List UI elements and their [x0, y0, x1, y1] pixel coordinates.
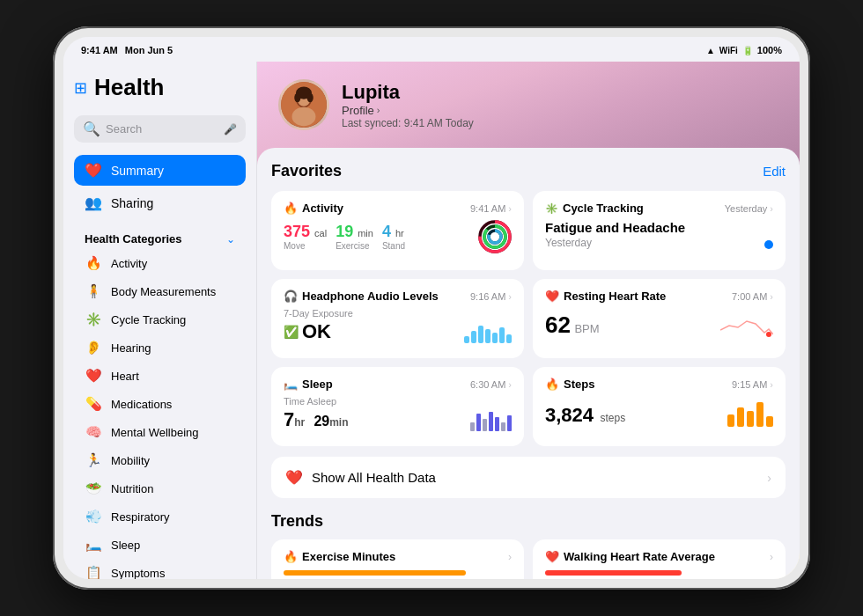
symptoms-label: Symptoms [111, 567, 165, 580]
resting-heart-rate-card-header: ❤️ Resting Heart Rate 7:00 AM › [545, 290, 773, 303]
steps-info: 3,824 steps [545, 404, 625, 427]
resting-heart-rate-card[interactable]: ❤️ Resting Heart Rate 7:00 AM › [533, 279, 786, 358]
trend-exercise-header: 🔥 Exercise Minutes › [284, 550, 512, 563]
ok-badge: ✅ OK [284, 320, 353, 343]
cycle-tracking-card-header: ✳️ Cycle Tracking Yesterday › [545, 202, 773, 215]
activity-card-chevron: › [508, 203, 512, 214]
move-value: 375 cal [284, 223, 327, 241]
sleep-time: 7hr 29min [284, 408, 349, 431]
ok-check-icon: ✅ [284, 325, 299, 339]
heart-label: Heart [111, 370, 139, 383]
steps-unit: steps [601, 412, 626, 424]
sleep-card-time: 6:30 AM › [470, 379, 512, 390]
trend-exercise-bar [284, 570, 466, 576]
sidebar-icon: ⊞ [74, 78, 87, 98]
cycle-tracking-card-title: ✳️ Cycle Tracking [545, 202, 644, 215]
sleep-bar-5 [495, 417, 499, 431]
favorites-header: Favorites Edit [271, 162, 786, 180]
status-bar: 9:41 AM Mon Jun 5 ▲ WiFi 🔋 100% [63, 37, 800, 62]
sleep-card[interactable]: 🛏️ Sleep 6:30 AM › Time Aslee [271, 367, 524, 446]
steps-card-icon: 🔥 [545, 378, 559, 391]
activity-card-title: 🔥 Activity [284, 202, 343, 215]
favorites-grid: 🔥 Activity 9:41 AM › [271, 191, 786, 446]
headphone-audio-card-time: 9:16 AM › [470, 291, 512, 302]
activity-card-time: 9:41 AM › [470, 203, 512, 214]
steps-bar-5 [766, 416, 773, 427]
sidebar-item-hearing[interactable]: 👂 Hearing [74, 334, 246, 362]
wifi-bars: WiFi [719, 46, 738, 55]
sleep-bar-chart [470, 405, 512, 431]
sidebar-item-medications[interactable]: 💊 Medications [74, 390, 246, 418]
exercise-value: 19 min [336, 223, 373, 241]
sidebar-item-cycle-tracking[interactable]: ✳️ Cycle Tracking [74, 305, 246, 334]
hr-card-chevron: › [770, 291, 773, 302]
status-time: 9:41 AM [81, 45, 118, 55]
sidebar-item-heart[interactable]: ❤️ Heart [74, 362, 246, 390]
steps-bar-3 [747, 411, 754, 427]
hr-unit: BPM [574, 322, 599, 335]
trend-walking-hr-title: ❤️ Walking Heart Rate Average [545, 550, 715, 563]
sidebar-item-sleep[interactable]: 🛏️ Sleep [74, 531, 246, 559]
cycle-tracking-card-icon: ✳️ [545, 202, 558, 215]
sharing-label: Sharing [111, 196, 153, 210]
battery-percent: 100% [757, 45, 782, 55]
sidebar: ⊞ Health 🔍 Search 🎤 ❤️ Summary 👥 Sharing [63, 62, 257, 579]
move-stat: 375 cal Move [284, 223, 327, 251]
search-bar[interactable]: 🔍 Search 🎤 [74, 115, 246, 143]
trend-walking-heart-rate[interactable]: ❤️ Walking Heart Rate Average › [533, 539, 786, 579]
sidebar-item-respiratory[interactable]: 💨 Respiratory [74, 502, 246, 531]
medications-icon: 💊 [85, 396, 102, 412]
trends-grid: 🔥 Exercise Minutes › ❤️ [271, 539, 786, 579]
headphone-audio-card-header: 🎧 Headphone Audio Levels 9:16 AM › [284, 290, 512, 303]
trend-walking-hr-icon: ❤️ [545, 550, 559, 563]
mic-icon: 🎤 [224, 123, 237, 136]
activity-card[interactable]: 🔥 Activity 9:41 AM › [271, 191, 524, 270]
audio-bar-5 [492, 333, 498, 343]
sidebar-item-mobility[interactable]: 🏃 Mobility [74, 446, 246, 474]
sidebar-item-summary[interactable]: ❤️ Summary [74, 155, 246, 186]
steps-value-container: 3,824 steps [545, 404, 625, 427]
cards-area: Favorites Edit 🔥 Activity [257, 148, 800, 579]
steps-card-body: 3,824 steps [545, 396, 773, 427]
nutrition-label: Nutrition [111, 482, 153, 495]
mental-wellbeing-label: Mental Wellbeing [111, 426, 198, 439]
status-right: ▲ WiFi 🔋 100% [706, 45, 782, 55]
cycle-tracking-card[interactable]: ✳️ Cycle Tracking Yesterday › [533, 191, 786, 270]
hr-svg [720, 308, 773, 339]
mental-wellbeing-icon: 🧠 [85, 424, 102, 440]
sidebar-item-nutrition[interactable]: 🥗 Nutrition [74, 474, 246, 502]
cycle-card-chevron: › [770, 203, 773, 214]
sidebar-item-sharing[interactable]: 👥 Sharing [74, 187, 246, 218]
chevron-down-icon[interactable]: ⌄ [226, 233, 235, 246]
trend-exercise-icon: 🔥 [284, 550, 298, 563]
battery-icon: 🔋 [742, 46, 753, 55]
stand-label: Stand [382, 241, 405, 251]
profile-link[interactable]: Profile › [342, 104, 474, 117]
sidebar-item-mental-wellbeing[interactable]: 🧠 Mental Wellbeing [74, 418, 246, 446]
headphone-audio-card-body: 7-Day Exposure ✅ OK [284, 308, 512, 343]
steps-card[interactable]: 🔥 Steps 9:15 AM › [533, 367, 786, 446]
audio-bar-6 [499, 327, 505, 343]
headphone-audio-card-title: 🎧 Headphone Audio Levels [284, 290, 439, 303]
headphone-card-chevron: › [508, 291, 512, 302]
app-title: Health [94, 74, 164, 101]
activity-stats: 375 cal Move 19 min [284, 223, 469, 251]
sidebar-item-body-measurements[interactable]: 🧍 Body Measurements [74, 277, 246, 305]
sleep-card-title: 🛏️ Sleep [284, 378, 333, 391]
device-frame: 9:41 AM Mon Jun 5 ▲ WiFi 🔋 100% ⊞ Health [53, 26, 810, 590]
trend-exercise-minutes[interactable]: 🔥 Exercise Minutes › [271, 539, 524, 579]
headphone-audio-card[interactable]: 🎧 Headphone Audio Levels 9:16 AM › [271, 279, 524, 358]
health-categories-header: Health Categories ⌄ [74, 225, 246, 249]
sidebar-item-activity[interactable]: 🔥 Activity [74, 249, 246, 277]
sleep-bar-1 [470, 422, 475, 431]
sleep-bar-6 [501, 422, 505, 431]
resting-heart-rate-card-time: 7:00 AM › [732, 291, 773, 302]
hr-info: 62 BPM [545, 312, 600, 339]
sleep-hours: 7hr [284, 408, 310, 430]
show-all-health-data-button[interactable]: ❤️ Show All Health Data › [271, 457, 786, 498]
edit-button[interactable]: Edit [763, 164, 786, 179]
nutrition-icon: 🥗 [85, 480, 102, 496]
sidebar-item-symptoms[interactable]: 📋 Symptoms [74, 559, 246, 579]
activity-icon: 🔥 [85, 255, 102, 271]
move-unit: cal [314, 228, 327, 238]
